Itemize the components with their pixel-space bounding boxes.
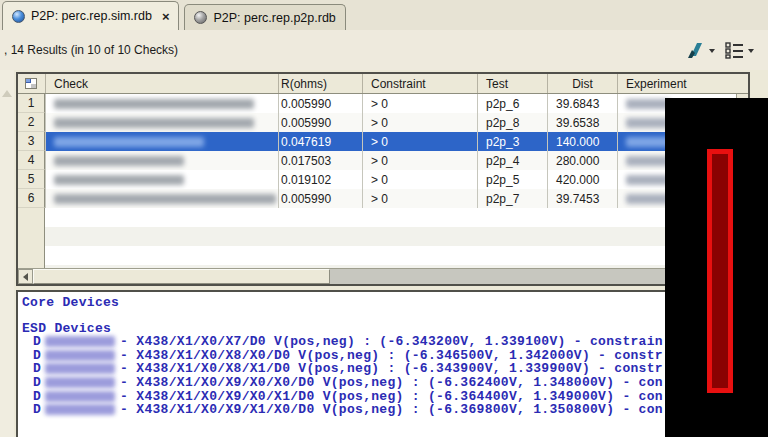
redacted-text: [626, 118, 670, 128]
table-row[interactable]: 2 0.005990 > 0 p2p_8 39.6538: [18, 113, 736, 132]
redacted-text: [45, 336, 115, 347]
cell-constraint[interactable]: > 0: [362, 132, 477, 151]
table-row[interactable]: 6 0.005990 > 0 p2p_7 39.7453: [18, 189, 736, 208]
table-body: 1 0.005990 > 0 p2p_6 39.6843 2 0.005990 …: [18, 94, 748, 268]
cell-dist[interactable]: 39.7453: [547, 189, 617, 208]
cell-check[interactable]: [45, 151, 278, 170]
redacted-text: [45, 363, 115, 374]
redacted-text: [54, 99, 254, 109]
cell-r[interactable]: 0.019102: [278, 170, 362, 189]
cell-r[interactable]: 0.047619: [278, 132, 362, 151]
table-empty-area: [18, 208, 736, 268]
cell-test[interactable]: p2p_4: [477, 151, 547, 170]
device-prefix: D: [33, 402, 41, 417]
cell-dist[interactable]: 280.000: [547, 151, 617, 170]
redacted-text: [54, 118, 254, 128]
row-number[interactable]: 4: [18, 151, 45, 170]
column-header-constraint[interactable]: Constraint: [362, 74, 477, 93]
cell-dist[interactable]: 140.000: [547, 132, 617, 151]
redacted-text: [626, 137, 670, 147]
log-line: D- X438/X1/X0/X9/X0/X1/D0 V(pos,neg) : (…: [22, 390, 766, 404]
cell-test[interactable]: p2p_8: [477, 113, 547, 132]
layout-viewer-overlay: [665, 98, 768, 437]
row-number[interactable]: 5: [18, 170, 45, 189]
results-table: Check R(ohms) Constraint Test Dist Exper…: [16, 72, 750, 286]
cell-test[interactable]: p2p_7: [477, 189, 547, 208]
cell-constraint[interactable]: > 0: [362, 189, 477, 208]
cell-test[interactable]: p2p_5: [477, 170, 547, 189]
cell-check[interactable]: [45, 132, 278, 151]
cell-r[interactable]: 0.017503: [278, 151, 362, 170]
redacted-text: [54, 175, 184, 185]
details-log-panel: Core Devices ESD Devices D- X438/X1/X0/X…: [16, 290, 768, 437]
column-header-test[interactable]: Test: [477, 74, 547, 93]
redacted-text: [45, 404, 115, 415]
highlight-probe-button[interactable]: [684, 41, 715, 59]
results-bar: , 14 Results (in 10 of 10 Checks): [0, 30, 768, 70]
redacted-text: [45, 350, 115, 361]
tab-perc-rep-sim-rdb[interactable]: P2P: perc.rep.sim.rdb ×: [2, 1, 179, 30]
redacted-text: [626, 194, 670, 204]
redacted-text: [54, 194, 276, 204]
chevron-down-icon: [748, 49, 754, 53]
scroll-up-icon: [2, 90, 12, 97]
redacted-text: [45, 377, 115, 388]
view-options-icon: [725, 41, 745, 59]
highlighter-icon: [684, 41, 706, 59]
cell-check[interactable]: [45, 170, 278, 189]
report-sphere-icon: [12, 10, 25, 23]
cell-check[interactable]: [45, 94, 278, 113]
select-all-corner[interactable]: [18, 74, 45, 93]
row-number[interactable]: 2: [18, 113, 45, 132]
scroll-left-button[interactable]: [18, 269, 33, 284]
cell-constraint[interactable]: > 0: [362, 151, 477, 170]
table-header-row: Check R(ohms) Constraint Test Dist Exper…: [18, 74, 748, 94]
column-header-r-ohms[interactable]: R(ohms): [278, 74, 362, 93]
redacted-text: [626, 175, 670, 185]
table-row[interactable]: 5 0.019102 > 0 p2p_5 420.000: [18, 170, 736, 189]
scrollbar-thumb[interactable]: [33, 269, 330, 284]
cell-r[interactable]: 0.005990: [278, 94, 362, 113]
log-line: D- X438/X1/X0/X8/X1/D0 V(pos,neg) : (-6.…: [22, 362, 766, 376]
results-summary: , 14 Results (in 10 of 10 Checks): [0, 43, 178, 57]
chevron-down-icon: [709, 49, 715, 53]
cell-dist[interactable]: 39.6538: [547, 113, 617, 132]
table-row-selected[interactable]: 3 0.047619 > 0 p2p_3 140.000: [18, 132, 736, 151]
cell-check[interactable]: [45, 189, 278, 208]
scroll-left-icon: [23, 273, 28, 281]
cell-constraint[interactable]: > 0: [362, 113, 477, 132]
cell-dist[interactable]: 420.000: [547, 170, 617, 189]
app-window: P2P: perc.rep.sim.rdb × P2P: perc.rep.p2…: [0, 0, 768, 437]
row-number[interactable]: 1: [18, 94, 45, 113]
table-row[interactable]: 4 0.017503 > 0 p2p_4 280.000: [18, 151, 736, 170]
redacted-text: [54, 156, 184, 166]
log-section-core-devices: Core Devices: [22, 296, 766, 310]
log-line: D- X438/X1/X0/X7/D0 V(pos,neg) : (-6.343…: [22, 335, 766, 349]
row-number[interactable]: 3: [18, 132, 45, 151]
cell-constraint[interactable]: > 0: [362, 94, 477, 113]
outer-vertical-scrollbar[interactable]: [0, 70, 14, 437]
column-header-check[interactable]: Check: [45, 74, 278, 93]
view-options-button[interactable]: [725, 41, 754, 59]
report-sphere-icon: [194, 11, 207, 24]
cell-r[interactable]: 0.005990: [278, 189, 362, 208]
cell-r[interactable]: 0.005990: [278, 113, 362, 132]
table-horizontal-scrollbar[interactable]: [18, 268, 748, 284]
cell-dist[interactable]: 39.6843: [547, 94, 617, 113]
log-line-text: - X438/X1/X0/X9/X1/X0/D0 V(pos,neg) : (-…: [120, 402, 663, 417]
cell-check[interactable]: [45, 113, 278, 132]
column-header-experiment[interactable]: Experiment: [617, 74, 736, 93]
cell-test[interactable]: p2p_3: [477, 132, 547, 151]
cell-constraint[interactable]: > 0: [362, 170, 477, 189]
table-corner-icon: [25, 78, 37, 89]
cell-test[interactable]: p2p_6: [477, 94, 547, 113]
redacted-text: [626, 99, 670, 109]
close-icon[interactable]: ×: [162, 9, 170, 24]
row-number[interactable]: 6: [18, 189, 45, 208]
tab-perc-rep-p2p-rdb[interactable]: P2P: perc.rep.p2p.rdb: [184, 4, 345, 30]
column-header-dist[interactable]: Dist: [547, 74, 617, 93]
table-row[interactable]: 1 0.005990 > 0 p2p_6 39.6843: [18, 94, 736, 113]
redacted-text: [45, 391, 115, 402]
row-number-gutter: [18, 208, 45, 268]
tab-bar: P2P: perc.rep.sim.rdb × P2P: perc.rep.p2…: [0, 0, 768, 30]
